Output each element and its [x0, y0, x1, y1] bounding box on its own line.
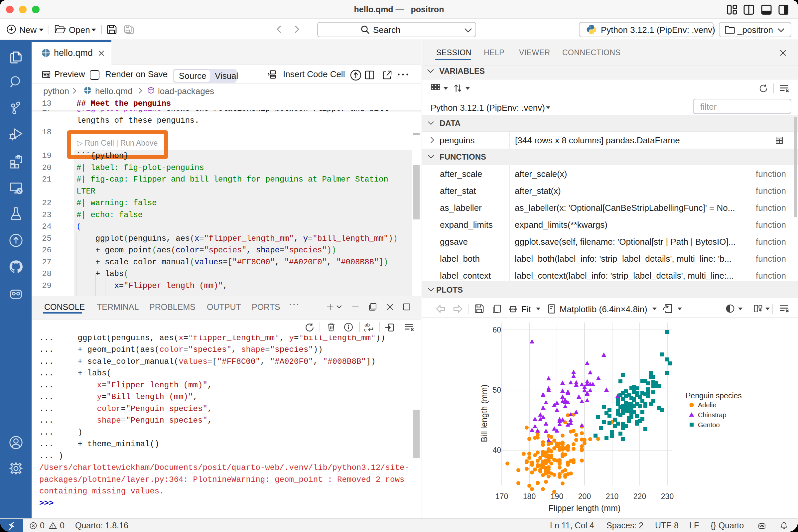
- svg-text:40: 40: [492, 446, 501, 455]
- svg-text:220: 220: [633, 492, 646, 501]
- svg-text:60: 60: [492, 325, 501, 334]
- svg-text:Adelie: Adelie: [698, 401, 717, 408]
- svg-text:190: 190: [551, 492, 563, 501]
- svg-text:Bill length (mm): Bill length (mm): [479, 384, 489, 442]
- svg-text:Flipper length (mm): Flipper length (mm): [549, 504, 621, 513]
- svg-text:c: c: [364, 327, 366, 332]
- svg-text:Gentoo: Gentoo: [698, 421, 720, 429]
- svg-text:230: 230: [661, 492, 673, 501]
- svg-text:180: 180: [523, 492, 536, 501]
- svg-text:Penguin species: Penguin species: [686, 391, 742, 400]
- svg-text:Chinstrap: Chinstrap: [698, 411, 726, 419]
- svg-text:170: 170: [495, 492, 508, 501]
- svg-text:210: 210: [606, 492, 619, 501]
- svg-text:50: 50: [492, 386, 501, 394]
- svg-text:200: 200: [578, 492, 591, 501]
